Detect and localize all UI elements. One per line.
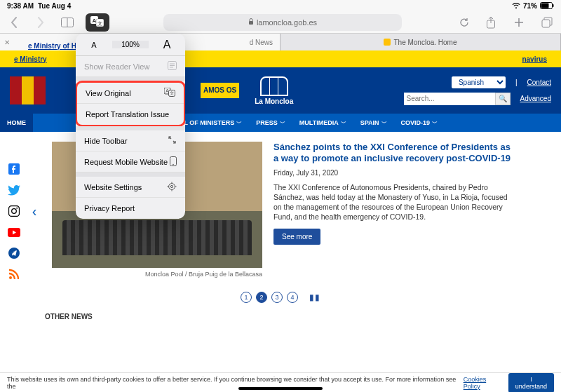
tab-inactive[interactable]: The Moncloa. Home xyxy=(280,34,561,50)
spain-crest xyxy=(10,76,46,104)
twitter-icon[interactable] xyxy=(8,184,20,196)
page-dot-4[interactable]: 4 xyxy=(287,292,298,303)
lock-icon xyxy=(248,18,254,27)
status-time: 9:38 AM xyxy=(7,2,34,10)
request-mobile-website[interactable]: Request Mobile Website xyxy=(76,151,185,173)
status-date: Tue Aug 4 xyxy=(38,2,71,10)
share-button[interactable] xyxy=(482,14,499,31)
see-more-button[interactable]: See more xyxy=(273,229,320,245)
address-bar[interactable]: lamoncloa.gob.es xyxy=(163,14,402,31)
page-settings-menu: A 100% A Show Reader View View Original … xyxy=(76,34,185,219)
safari-toolbar: A文 lamoncloa.gob.es xyxy=(0,11,561,34)
hero-text-block: Sánchez points to the XXI Conference of … xyxy=(273,142,512,245)
article-summary: The XXI Conference of Autonomous Preside… xyxy=(273,182,512,222)
page-dot-1[interactable]: 1 xyxy=(241,292,252,303)
svg-rect-2 xyxy=(553,4,554,7)
svg-rect-14 xyxy=(542,20,550,27)
ios-status-bar: 9:38 AM Tue Aug 4 71% xyxy=(0,0,561,11)
page-dot-2[interactable]: 2 xyxy=(256,292,267,303)
url-text: lamoncloa.gob.es xyxy=(257,18,317,27)
svg-point-33 xyxy=(170,185,173,187)
contact-link[interactable]: Contact xyxy=(527,79,551,86)
close-tab-icon[interactable]: ✕ xyxy=(4,39,10,46)
nav-multimedia[interactable]: MULTIMEDIA﹀ xyxy=(292,114,353,132)
zoom-level: 100% xyxy=(112,41,149,48)
translate-icon: A文 xyxy=(90,16,104,29)
cookie-text: This website uses its own and third-part… xyxy=(7,376,459,390)
header-divider: | xyxy=(515,79,518,86)
search-submit-icon: 🔍 xyxy=(499,95,507,102)
pause-icon[interactable]: ▮▮ xyxy=(309,292,320,302)
gear-icon xyxy=(167,182,177,193)
reader-icon xyxy=(168,61,177,72)
chevron-down-icon: ﹀ xyxy=(236,119,242,127)
article-headline[interactable]: Sánchez points to the XXI Conference of … xyxy=(273,142,511,163)
svg-point-32 xyxy=(169,183,175,189)
home-indicator[interactable] xyxy=(238,387,323,390)
nav-spain[interactable]: SPAIN﹀ xyxy=(353,114,394,132)
chevron-down-icon: ﹀ xyxy=(432,119,438,127)
svg-point-21 xyxy=(9,276,12,279)
svg-point-18 xyxy=(16,208,18,209)
logo-label: La Moncloa xyxy=(255,97,293,105)
cookie-accept-button[interactable]: I understand xyxy=(508,373,554,393)
carousel-pager: 1 2 3 4 ▮▮ xyxy=(0,292,561,303)
zoom-controls: A 100% A xyxy=(76,34,185,56)
facebook-icon[interactable] xyxy=(8,163,20,175)
svg-rect-9 xyxy=(249,21,253,25)
back-button[interactable] xyxy=(6,14,22,31)
yellow-link[interactable]: e Ministry xyxy=(14,55,47,63)
phone-icon xyxy=(170,156,177,168)
tab-label: The Moncloa. Home xyxy=(393,39,457,46)
forward-button[interactable] xyxy=(32,14,49,31)
photo-caption: Moncloa Pool / Bruja Puig de la Bellacas… xyxy=(52,268,262,278)
show-reader-view: Show Reader View xyxy=(76,56,185,77)
report-translation-issue[interactable]: Report Translation Issue xyxy=(77,104,184,125)
telegram-icon[interactable] xyxy=(8,247,20,259)
svg-point-31 xyxy=(173,163,174,165)
chevron-down-icon: ﹀ xyxy=(280,119,285,127)
battery-icon xyxy=(540,2,554,9)
arch-icon xyxy=(260,76,288,96)
svg-rect-16 xyxy=(9,206,20,217)
moncloa-logo[interactable]: La Moncloa xyxy=(255,76,293,105)
page-format-button[interactable]: A文 xyxy=(86,13,109,32)
hide-toolbar[interactable]: Hide Toolbar xyxy=(76,130,185,151)
nav-press[interactable]: PRESS﹀ xyxy=(249,114,292,132)
website-settings[interactable]: Website Settings xyxy=(76,177,185,198)
language-select[interactable]: Spanish xyxy=(452,76,506,88)
tab-label-fragment: d News xyxy=(250,39,273,46)
nav-home[interactable]: HOME xyxy=(0,114,33,132)
highlighted-items: View Original A文 Report Translation Issu… xyxy=(76,81,185,127)
search-input[interactable] xyxy=(404,93,495,105)
zoom-in-button[interactable]: A xyxy=(149,39,185,51)
yellow-link-end[interactable]: navirus xyxy=(522,55,547,63)
translate-icon: A文 xyxy=(164,88,175,98)
carousel-prev[interactable]: ‹ xyxy=(28,203,41,219)
zoom-out-button[interactable]: A xyxy=(76,41,112,49)
svg-point-17 xyxy=(12,209,17,214)
search-button[interactable]: 🔍 xyxy=(495,93,511,105)
advanced-search-link[interactable]: Advanced xyxy=(520,95,551,102)
social-sidebar xyxy=(0,142,28,281)
view-original[interactable]: View Original A文 xyxy=(77,83,184,104)
new-tab-button[interactable] xyxy=(511,14,527,31)
cookies-policy-link[interactable]: Cookies Policy xyxy=(464,376,504,390)
secondary-logo: AMOS OS xyxy=(201,83,239,98)
svg-text:A: A xyxy=(93,17,97,23)
privacy-report[interactable]: Privacy Report xyxy=(76,198,185,219)
nav-covid[interactable]: COVID-19﹀ xyxy=(394,114,445,132)
chevron-down-icon: ﹀ xyxy=(341,119,346,127)
reload-button[interactable] xyxy=(456,14,473,31)
battery-percent: 71% xyxy=(523,2,537,10)
other-news-heading: OTHER NEWS xyxy=(0,303,561,320)
instagram-icon[interactable] xyxy=(8,205,20,217)
favicon-icon xyxy=(384,39,391,46)
rss-icon[interactable] xyxy=(8,268,20,281)
bookmarks-button[interactable] xyxy=(59,14,76,31)
svg-text:文: 文 xyxy=(97,20,102,25)
svg-text:文: 文 xyxy=(170,90,174,95)
youtube-icon[interactable] xyxy=(8,226,20,238)
page-dot-3[interactable]: 3 xyxy=(271,292,283,303)
tabs-button[interactable] xyxy=(539,14,555,31)
